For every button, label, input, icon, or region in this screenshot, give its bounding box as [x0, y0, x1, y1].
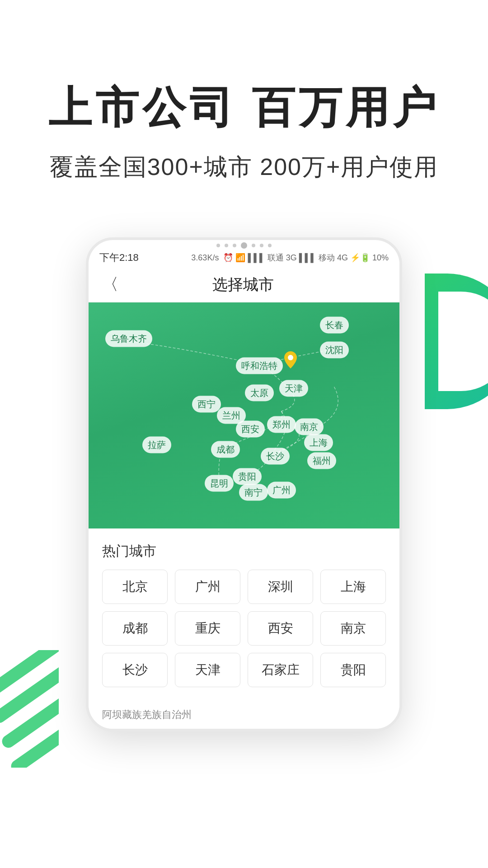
map-city-label[interactable]: 沈阳: [320, 342, 349, 359]
status-battery: 10%: [372, 253, 389, 262]
map-city-label[interactable]: 福州: [307, 453, 336, 469]
map-city-label[interactable]: 长春: [320, 317, 349, 334]
map-city-label[interactable]: 呼和浩特: [236, 358, 283, 374]
status-time: 下午2:18: [99, 251, 139, 264]
status-carrier: 联通 3G: [267, 253, 297, 262]
map-city-label[interactable]: 郑州: [267, 416, 296, 433]
hero-subtitle: 覆盖全国300+城市 200万+用户使用: [36, 151, 452, 183]
hot-cities-section: 热门城市 北京广州深圳上海成都重庆西安南京长沙天津石家庄贵阳: [89, 528, 399, 701]
footer-text: 阿坝藏族羌族自治州: [89, 701, 399, 729]
hero-section: 上市公司 百万用户 覆盖全国300+城市 200万+用户使用: [0, 0, 488, 210]
map-city-label[interactable]: 西安: [236, 421, 265, 438]
map-city-label[interactable]: 乌鲁木齐: [105, 330, 152, 347]
city-button[interactable]: 重庆: [175, 611, 240, 646]
hero-title: 上市公司 百万用户: [36, 81, 452, 133]
city-button[interactable]: 长沙: [102, 653, 168, 687]
map-city-label[interactable]: 成都: [211, 441, 240, 458]
svg-point-0: [288, 355, 293, 360]
map-city-label[interactable]: 拉萨: [142, 437, 171, 453]
status-carrier2: 移动 4G: [319, 253, 348, 262]
city-button[interactable]: 西安: [248, 611, 313, 646]
map-area[interactable]: 乌鲁木齐长春沈阳呼和浩特天津太原西宁兰州西安郑州南京上海拉萨成都长沙福州贵阳昆明…: [89, 302, 399, 528]
city-button[interactable]: 石家庄: [248, 653, 313, 687]
app-header-title: 选择城市: [118, 274, 368, 295]
city-button[interactable]: 上海: [320, 570, 386, 604]
status-bar: 下午2:18 3.63K/s ⏰ 📶 ▌▌▌ 联通 3G ▌▌▌ 移动 4G ⚡…: [89, 247, 399, 267]
status-mid: 3.63K/s ⏰ 📶 ▌▌▌ 联通 3G ▌▌▌ 移动 4G ⚡🔋 10%: [191, 252, 389, 263]
city-button[interactable]: 南京: [320, 611, 386, 646]
notch-dot-3: [233, 244, 236, 247]
notch-dot-5: [252, 244, 255, 247]
phone-section: 下午2:18 3.63K/s ⏰ 📶 ▌▌▌ 联通 3G ▌▌▌ 移动 4G ⚡…: [0, 237, 488, 731]
city-button[interactable]: 北京: [102, 570, 168, 604]
map-city-label[interactable]: 广州: [267, 482, 296, 499]
map-city-label[interactable]: 天津: [279, 380, 308, 397]
city-button[interactable]: 天津: [175, 653, 240, 687]
phone-frame: 下午2:18 3.63K/s ⏰ 📶 ▌▌▌ 联通 3G ▌▌▌ 移动 4G ⚡…: [86, 237, 402, 731]
map-city-label[interactable]: 上海: [304, 434, 333, 451]
city-button[interactable]: 成都: [102, 611, 168, 646]
map-city-label[interactable]: 南京: [295, 419, 324, 435]
deco-stripes-left: [0, 650, 59, 768]
back-button[interactable]: 〈: [102, 274, 118, 296]
notch-dot-7: [268, 244, 272, 247]
notch-dot-1: [216, 244, 220, 247]
map-city-label[interactable]: 长沙: [261, 448, 290, 465]
map-city-label[interactable]: 贵阳: [233, 468, 262, 485]
deco-circle-right: [425, 274, 488, 409]
phone-top-bar: [89, 240, 399, 247]
city-grid: 北京广州深圳上海成都重庆西安南京长沙天津石家庄贵阳: [102, 570, 386, 687]
map-pin: [284, 351, 297, 370]
map-city-label[interactable]: 太原: [245, 385, 274, 401]
notch-dot-6: [260, 244, 263, 247]
notch-dot-2: [225, 244, 228, 247]
deco-circle-inner: [438, 292, 488, 391]
hot-cities-title: 热门城市: [102, 542, 386, 561]
city-button[interactable]: 贵阳: [320, 653, 386, 687]
city-button[interactable]: 广州: [175, 570, 240, 604]
status-speed: 3.63K/s: [191, 253, 219, 262]
city-button[interactable]: 深圳: [248, 570, 313, 604]
map-city-label[interactable]: 昆明: [205, 475, 234, 492]
map-city-label[interactable]: 南宁: [239, 484, 268, 501]
app-header: 〈 选择城市: [89, 267, 399, 302]
map-city-label[interactable]: 西宁: [192, 396, 221, 413]
